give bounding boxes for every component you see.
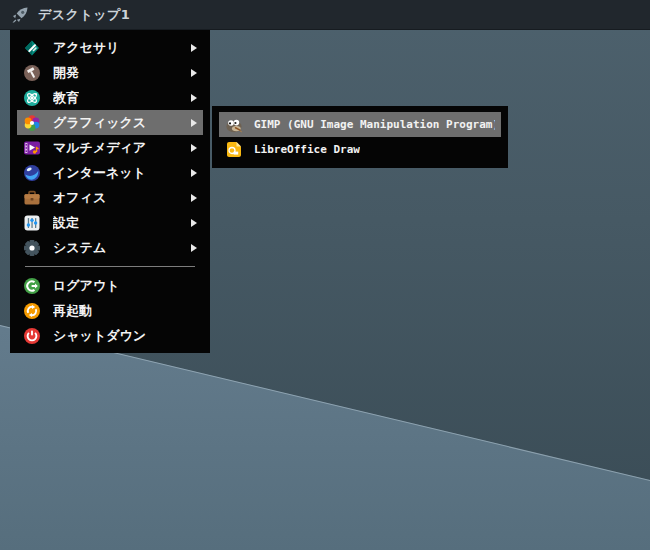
right-triangle-icon — [191, 69, 197, 77]
right-triangle-icon — [191, 119, 197, 127]
menu-separator — [25, 266, 195, 267]
menu-item-graphics[interactable]: グラフィックス — [17, 110, 203, 135]
graphics-submenu: GIMP (GNU Image Manipulation Program) Li… — [212, 106, 508, 168]
right-triangle-icon — [191, 219, 197, 227]
menu-item-label: シャットダウン — [53, 327, 146, 345]
right-triangle-icon — [191, 194, 197, 202]
submenu-item-label: LibreOffice Draw — [254, 143, 360, 156]
system-icon — [23, 239, 41, 257]
accessories-icon — [23, 39, 41, 57]
menu-item-development[interactable]: 開発 — [17, 60, 203, 85]
graphics-icon — [23, 114, 41, 132]
menu-item-education[interactable]: 教育 — [17, 85, 203, 110]
menu-item-shutdown[interactable]: シャットダウン — [17, 323, 203, 348]
menu-item-accessories[interactable]: アクセサリ — [17, 35, 203, 60]
menu-item-label: 開発 — [53, 64, 79, 82]
menu-item-settings[interactable]: 設定 — [17, 210, 203, 235]
menu-item-label: オフィス — [53, 189, 106, 207]
submenu-item-gimp[interactable]: GIMP (GNU Image Manipulation Program) — [219, 112, 501, 137]
menu-item-label: 再起動 — [53, 302, 92, 320]
menu-item-internet[interactable]: インターネット — [17, 160, 203, 185]
shutdown-icon — [23, 327, 41, 345]
menu-item-office[interactable]: オフィス — [17, 185, 203, 210]
menu-item-restart[interactable]: 再起動 — [17, 298, 203, 323]
workspace-label: デスクトップ1 — [38, 6, 130, 24]
menu-item-label: 教育 — [53, 89, 79, 107]
menu-item-label: ログアウト — [53, 277, 120, 295]
menu-item-label: 設定 — [53, 214, 79, 232]
right-triangle-icon — [191, 94, 197, 102]
menu-item-logout[interactable]: ログアウト — [17, 273, 203, 298]
office-icon — [23, 189, 41, 207]
libreoffice-draw-icon — [225, 141, 243, 159]
menu-item-label: グラフィックス — [53, 114, 146, 132]
applications-menu: アクセサリ 開発 教育 グラフィッ — [10, 30, 210, 353]
education-icon — [23, 89, 41, 107]
right-triangle-icon — [191, 244, 197, 252]
multimedia-icon — [23, 139, 41, 157]
rocket-icon — [10, 5, 30, 25]
right-triangle-icon — [191, 144, 197, 152]
submenu-item-label: GIMP (GNU Image Manipulation Program) — [254, 118, 495, 131]
workspace-indicator[interactable]: デスクトップ1 — [8, 0, 132, 29]
menu-item-label: マルチメディア — [53, 139, 146, 157]
right-triangle-icon — [191, 44, 197, 52]
submenu-item-libreoffice-draw[interactable]: LibreOffice Draw — [219, 137, 501, 162]
settings-icon — [23, 214, 41, 232]
menu-item-system[interactable]: システム — [17, 235, 203, 260]
menu-item-label: アクセサリ — [53, 39, 120, 57]
development-icon — [23, 64, 41, 82]
taskbar: デスクトップ1 — [0, 0, 650, 30]
menu-item-label: システム — [53, 239, 106, 257]
menu-item-multimedia[interactable]: マルチメディア — [17, 135, 203, 160]
menu-item-label: インターネット — [53, 164, 146, 182]
logout-icon — [23, 277, 41, 295]
internet-icon — [23, 164, 41, 182]
right-triangle-icon — [191, 169, 197, 177]
restart-icon — [23, 302, 41, 320]
gimp-icon — [225, 116, 243, 134]
